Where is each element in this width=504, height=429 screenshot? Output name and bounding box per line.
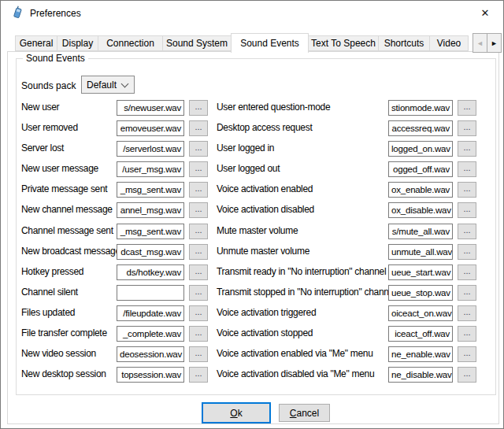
sound-event-row: New channel message annel_msg.wav ... (21, 200, 218, 220)
ok-button[interactable]: Ok (202, 402, 271, 423)
sound-file-input[interactable]: ne_enable.wav (388, 346, 453, 362)
sound-event-label: New user message (21, 163, 98, 174)
sound-event-row: User logged out ogged_off.wav ... (217, 159, 487, 179)
tab-general[interactable]: General (15, 35, 57, 51)
sound-event-label: New user (21, 102, 59, 113)
browse-button[interactable]: ... (458, 182, 476, 198)
sound-file-input[interactable]: dcast_msg.wav (117, 244, 184, 260)
browse-button[interactable]: ... (458, 285, 476, 301)
tab-sound-system[interactable]: Sound System (162, 35, 232, 51)
browse-button[interactable]: ... (189, 264, 208, 280)
browse-button[interactable]: ... (189, 305, 208, 321)
sound-event-row: New broadcast message dcast_msg.wav ... (21, 242, 218, 262)
sound-file-input[interactable]: annel_msg.wav (117, 202, 184, 218)
browse-button[interactable]: ... (458, 367, 476, 383)
sound-event-label: Unmute master volume (217, 246, 309, 257)
sound-file-value: ox_disable.wav (389, 203, 452, 217)
sound-event-row: Transmit ready in "No interruption" chan… (217, 262, 487, 283)
sound-file-input[interactable]: ueue_stop.wav (388, 285, 453, 301)
sounds-pack-select[interactable]: Default (81, 76, 135, 94)
browse-button[interactable]: ... (458, 202, 476, 218)
tab-video[interactable]: Video (429, 35, 469, 51)
sound-file-input[interactable]: oiceact_on.wav (388, 305, 453, 321)
close-icon[interactable]: ✕ (476, 6, 494, 21)
sound-event-row: Voice activation triggered oiceact_on.wa… (217, 303, 487, 324)
sound-file-input[interactable]: s/newuser.wav (117, 100, 184, 116)
sound-file-input[interactable]: _msg_sent.wav (117, 224, 184, 239)
sound-file-input[interactable]: ogged_off.wav (388, 161, 453, 177)
tab-display[interactable]: Display (57, 35, 98, 51)
browse-button[interactable]: ... (189, 182, 208, 198)
sound-file-input[interactable]: iceact_off.wav (388, 326, 453, 342)
sound-file-input[interactable]: /user_msg.wav (117, 161, 184, 177)
sound-file-input[interactable]: ueue_start.wav (388, 264, 453, 280)
ok-button-label: Ok (203, 408, 269, 419)
browse-button[interactable]: ... (189, 224, 208, 239)
sound-event-label: Voice activation enabled via "Me" menu (217, 348, 373, 359)
browse-button[interactable]: ... (189, 100, 208, 116)
sound-event-label: Voice activation stopped (217, 327, 313, 338)
sound-file-input[interactable]: /fileupdate.wav (117, 305, 184, 321)
sound-file-input[interactable]: deosession.wav (117, 346, 184, 362)
sound-file-value: logged_on.wav (389, 142, 452, 156)
tab-connection[interactable]: Connection (98, 35, 163, 51)
sound-file-input[interactable]: ox_disable.wav (388, 202, 453, 218)
sound-file-value: ds/hotkey.wav (117, 265, 183, 279)
tab-scroll-left-icon[interactable]: ◄ (472, 33, 487, 53)
browse-button[interactable]: ... (189, 161, 208, 177)
sound-file-input[interactable]: ne_disable.wav (388, 367, 453, 383)
cancel-button[interactable]: Cancel (279, 404, 330, 422)
sound-file-input[interactable]: s/mute_all.wav (388, 224, 453, 239)
browse-button[interactable]: ... (189, 202, 208, 218)
sound-event-row: Voice activation enabled ox_enable.wav .… (217, 179, 487, 200)
browse-button[interactable]: ... (189, 326, 208, 342)
tab-scroll-right-icon[interactable]: ► (487, 33, 502, 53)
sound-event-row: Mute master volume s/mute_all.wav ... (217, 221, 487, 242)
browse-button[interactable]: ... (458, 120, 476, 136)
sound-file-input[interactable]: _msg_sent.wav (117, 182, 184, 198)
sound-event-label: Mute master volume (217, 225, 298, 236)
browse-button[interactable]: ... (458, 224, 476, 239)
browse-button[interactable]: ... (458, 244, 476, 260)
browse-button[interactable]: ... (189, 346, 208, 362)
browse-button[interactable]: ... (458, 100, 476, 116)
sound-file-input[interactable]: ox_enable.wav (388, 182, 453, 198)
sound-file-input[interactable]: unmute_all.wav (388, 244, 453, 260)
sounds-pack-value: Default (87, 80, 117, 91)
browse-button[interactable]: ... (458, 305, 476, 321)
tab-label: Sound Events (240, 38, 299, 49)
browse-button[interactable]: ... (189, 244, 208, 260)
tab-text-to-speech[interactable]: Text To Speech (308, 35, 379, 51)
sound-event-row: Desktop access request accessreq.wav ... (217, 118, 487, 139)
title-bar[interactable]: Preferences ✕ (1, 1, 503, 24)
browse-button[interactable]: ... (458, 264, 476, 280)
sound-file-input[interactable]: accessreq.wav (388, 120, 453, 136)
sound-file-value: oiceact_on.wav (389, 306, 452, 320)
browse-button[interactable]: ... (458, 326, 476, 342)
sound-file-input[interactable]: ds/hotkey.wav (117, 264, 184, 280)
browse-button[interactable]: ... (458, 346, 476, 362)
sound-event-label: Voice activation disabled (217, 204, 314, 215)
sound-event-row: Voice activation stopped iceact_off.wav … (217, 324, 487, 344)
sound-file-input[interactable]: emoveuser.wav (117, 120, 184, 136)
tab-sound-events[interactable]: Sound Events (231, 33, 309, 53)
browse-button[interactable]: ... (189, 120, 208, 136)
sound-file-input[interactable]: _complete.wav (117, 326, 184, 342)
tab-shortcuts[interactable]: Shortcuts (378, 35, 430, 51)
sound-file-input[interactable] (117, 285, 184, 301)
sound-file-input[interactable]: logged_on.wav (388, 141, 453, 157)
sound-event-label: Server lost (21, 142, 64, 153)
browse-button[interactable]: ... (189, 141, 208, 157)
sound-file-value: _msg_sent.wav (117, 224, 183, 239)
sound-file-input[interactable]: topsession.wav (117, 367, 184, 383)
sound-file-value: dcast_msg.wav (117, 245, 183, 259)
sound-event-row: User logged in logged_on.wav ... (217, 139, 487, 159)
browse-button[interactable]: ... (189, 285, 208, 301)
browse-button[interactable]: ... (458, 141, 476, 157)
sound-file-value: _complete.wav (117, 327, 183, 341)
browse-button[interactable]: ... (458, 161, 476, 177)
sound-file-input[interactable]: /serverlost.wav (117, 141, 184, 157)
sound-file-value: ueue_start.wav (389, 265, 452, 279)
sound-file-input[interactable]: stionmode.wav (388, 100, 453, 116)
browse-button[interactable]: ... (189, 367, 208, 383)
